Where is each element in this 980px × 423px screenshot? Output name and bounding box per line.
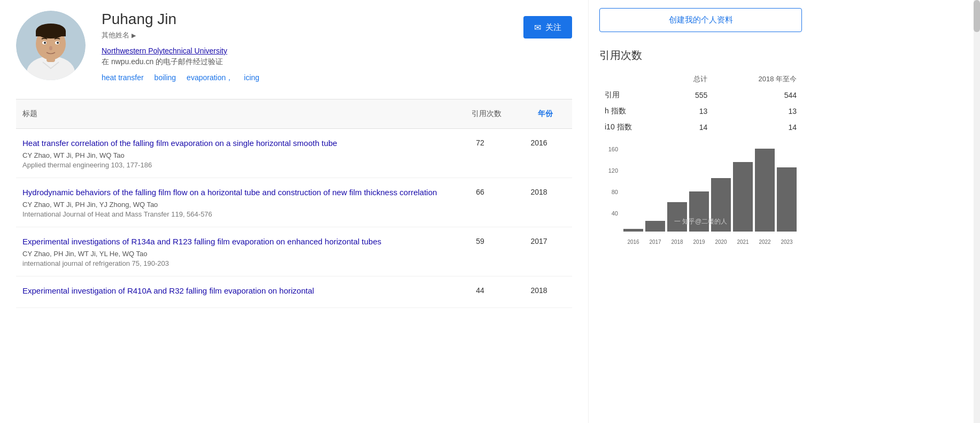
papers-section: 标题 引用次数 年份 Heat transfer correlation of … bbox=[16, 99, 572, 308]
paper-authors: CY Zhao, PH Jin, WT Ji, YL He, WQ Tao bbox=[22, 250, 448, 258]
watermark: 一 知乎@二楼的人 bbox=[674, 217, 728, 226]
verified-email: 在 nwpu.edu.cn 的电子邮件经过验证 bbox=[102, 57, 513, 67]
profile-section: Puhang Jin 其他姓名 ▶ Northwestern Polytechn… bbox=[16, 11, 572, 83]
paper-info: Hydrodynamic behaviors of the falling fi… bbox=[22, 187, 448, 218]
create-profile-button[interactable]: 创建我的个人资料 bbox=[599, 8, 802, 32]
citations-section: 引用次数 总计 2018 年至今 引用 555 544 h 指数 13 13 i… bbox=[599, 48, 802, 253]
sidebar: 创建我的个人资料 引用次数 总计 2018 年至今 引用 555 544 h 指… bbox=[588, 0, 813, 423]
svg-point-10 bbox=[49, 46, 52, 50]
avatar bbox=[16, 11, 86, 80]
citations-row: h 指数 13 13 bbox=[599, 103, 802, 119]
follow-label: 关注 bbox=[545, 22, 561, 33]
paper-citations: 66 bbox=[448, 187, 512, 196]
other-names-link[interactable]: 其他姓名 ▶ bbox=[102, 30, 513, 40]
metric-total: 555 bbox=[668, 87, 713, 103]
paper-info: Heat transfer correlation of the falling… bbox=[22, 137, 448, 169]
paper-title[interactable]: Heat transfer correlation of the falling… bbox=[22, 137, 448, 149]
paper-year: 2017 bbox=[512, 236, 566, 245]
metric-label: 引用 bbox=[599, 87, 668, 103]
chart-x-label: 2021 bbox=[733, 239, 753, 245]
chart-bar bbox=[733, 162, 753, 232]
keyword-link[interactable]: boiling bbox=[155, 73, 176, 83]
y-label-80: 80 bbox=[599, 189, 618, 195]
table-row: Hydrodynamic behaviors of the falling fi… bbox=[16, 178, 572, 227]
col-header-total: 总计 bbox=[668, 71, 713, 87]
profile-info: Puhang Jin 其他姓名 ▶ Northwestern Polytechn… bbox=[102, 11, 513, 83]
mail-icon: ✉ bbox=[534, 22, 541, 33]
chart-x-label: 2023 bbox=[777, 239, 797, 245]
paper-citations: 59 bbox=[448, 236, 512, 245]
paper-authors: CY Zhao, WT Ji, PH Jin, YJ Zhong, WQ Tao bbox=[22, 201, 448, 209]
paper-citations: 44 bbox=[448, 285, 512, 295]
table-row: Experimental investigation of R410A and … bbox=[16, 276, 572, 308]
metric-label: i10 指数 bbox=[599, 119, 668, 135]
chart-x-label: 2019 bbox=[689, 239, 709, 245]
chart-labels: 20162017201820192020202120222023 bbox=[599, 239, 802, 245]
paper-title[interactable]: Hydrodynamic behaviors of the falling fi… bbox=[22, 187, 448, 198]
paper-year: 2016 bbox=[512, 137, 566, 147]
citations-title: 引用次数 bbox=[599, 48, 802, 63]
table-row: Experimental investigations of R134a and… bbox=[16, 227, 572, 276]
svg-point-8 bbox=[44, 42, 46, 44]
chart-x-label: 2016 bbox=[623, 239, 643, 245]
col-header-label bbox=[599, 71, 668, 87]
citations-row: 引用 555 544 bbox=[599, 87, 802, 103]
chart-bar bbox=[755, 149, 775, 232]
affiliation: Northwestern Polytechnical University bbox=[102, 47, 513, 55]
metric-total: 13 bbox=[668, 103, 713, 119]
citations-table: 总计 2018 年至今 引用 555 544 h 指数 13 13 i10 指数… bbox=[599, 71, 802, 135]
keyword-link[interactable]: icing bbox=[244, 73, 259, 83]
scrollbar-thumb[interactable] bbox=[974, 0, 980, 32]
chart-y-axis: 160 120 80 40 bbox=[599, 146, 618, 232]
chart-container: 160 120 80 40 一 知乎@二楼的人 2016201720182019… bbox=[599, 146, 802, 253]
metric-recent: 544 bbox=[713, 87, 802, 103]
metric-recent: 14 bbox=[713, 119, 802, 135]
paper-title[interactable]: Experimental investigations of R134a and… bbox=[22, 236, 448, 247]
citations-row: i10 指数 14 14 bbox=[599, 119, 802, 135]
col-title-header: 标题 bbox=[16, 105, 454, 123]
paper-year: 2018 bbox=[512, 187, 566, 196]
y-label-40: 40 bbox=[599, 210, 618, 217]
chart-bar bbox=[623, 229, 643, 232]
keyword-link[interactable]: evaporation， bbox=[187, 73, 233, 83]
chart-x-label: 2017 bbox=[645, 239, 665, 245]
col-header-recent: 2018 年至今 bbox=[713, 71, 802, 87]
paper-journal: International Journal of Heat and Mass T… bbox=[22, 210, 448, 218]
paper-authors: CY Zhao, WT Ji, PH Jin, WQ Tao bbox=[22, 151, 448, 159]
paper-citations: 72 bbox=[448, 137, 512, 147]
affiliation-link[interactable]: Northwestern Polytechnical University bbox=[102, 47, 227, 55]
other-names-label: 其他姓名 bbox=[102, 30, 129, 40]
y-label-120: 120 bbox=[599, 167, 618, 174]
papers-list: Heat transfer correlation of the falling… bbox=[16, 129, 572, 308]
paper-info: Experimental investigation of R410A and … bbox=[22, 285, 448, 299]
profile-name: Puhang Jin bbox=[102, 11, 513, 28]
follow-button[interactable]: ✉ 关注 bbox=[523, 16, 572, 39]
chart-x-label: 2018 bbox=[667, 239, 687, 245]
metric-label: h 指数 bbox=[599, 103, 668, 119]
svg-point-9 bbox=[57, 42, 59, 44]
scrollbar[interactable] bbox=[974, 0, 980, 423]
chart-bar bbox=[645, 221, 665, 232]
chart-x-label: 2020 bbox=[711, 239, 731, 245]
svg-rect-5 bbox=[36, 31, 66, 36]
paper-journal: Applied thermal engineering 103, 177-186 bbox=[22, 161, 448, 169]
paper-journal: international journal of refrigeration 7… bbox=[22, 259, 448, 267]
paper-title[interactable]: Experimental investigation of R410A and … bbox=[22, 285, 448, 296]
table-row: Heat transfer correlation of the falling… bbox=[16, 129, 572, 178]
keyword-link[interactable]: heat transfer bbox=[102, 73, 144, 83]
metric-total: 14 bbox=[668, 119, 713, 135]
chart-bar bbox=[777, 167, 797, 232]
col-year-header[interactable]: 年份 bbox=[519, 105, 572, 123]
paper-info: Experimental investigations of R134a and… bbox=[22, 236, 448, 267]
other-names-arrow: ▶ bbox=[132, 32, 136, 39]
papers-header: 标题 引用次数 年份 bbox=[16, 99, 572, 129]
paper-year: 2018 bbox=[512, 285, 566, 295]
y-label-160: 160 bbox=[599, 146, 618, 152]
col-citations-header: 引用次数 bbox=[454, 105, 519, 123]
keywords-list: heat transferboilingevaporation，icing bbox=[102, 73, 513, 83]
chart-x-label: 2022 bbox=[755, 239, 775, 245]
metric-recent: 13 bbox=[713, 103, 802, 119]
